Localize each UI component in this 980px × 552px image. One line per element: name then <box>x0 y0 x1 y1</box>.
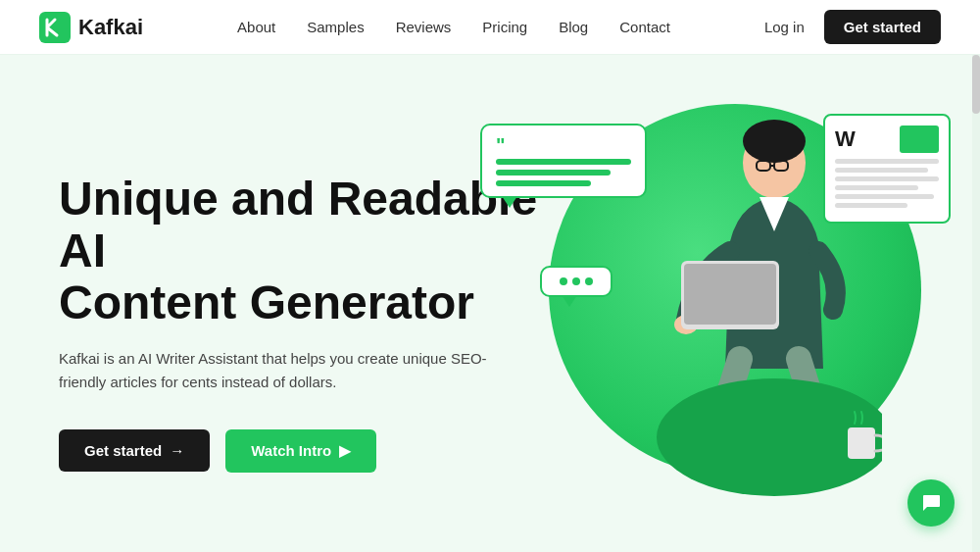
doc-line-6 <box>835 203 907 208</box>
login-link[interactable]: Log in <box>764 19 805 35</box>
svg-rect-8 <box>684 264 776 325</box>
doc-line-5 <box>835 194 934 199</box>
nav-pricing[interactable]: Pricing <box>482 19 527 35</box>
nav-links: About Samples Reviews Pricing Blog Conta… <box>237 19 670 36</box>
nav-actions: Log in Get started <box>764 10 941 44</box>
hero-quote-bubble: " <box>480 124 647 198</box>
logo-link[interactable]: Kafkai <box>39 12 143 43</box>
doc-card-header: W <box>835 125 939 153</box>
quote-mark-icon: " <box>496 135 631 155</box>
chat-fab-icon <box>920 492 942 514</box>
dot-3 <box>585 277 593 285</box>
navbar: Kafkai About Samples Reviews Pricing Blo… <box>0 0 980 55</box>
nav-get-started-button[interactable]: Get started <box>824 10 941 44</box>
nav-contact[interactable]: Contact <box>619 19 670 35</box>
chat-fab-button[interactable] <box>907 479 955 527</box>
hero-document-card: W <box>823 114 951 224</box>
doc-w-letter: W <box>835 126 856 152</box>
logo-text: Kafkai <box>78 15 143 40</box>
bubble-line-1 <box>496 159 631 165</box>
nav-about[interactable]: About <box>237 19 275 35</box>
nav-samples[interactable]: Samples <box>307 19 364 35</box>
hero-watch-intro-button[interactable]: Watch Intro ▶ <box>225 429 376 473</box>
hero-subtitle: Kafkai is an AI Writer Assistant that he… <box>59 347 510 394</box>
doc-line-4 <box>835 185 918 190</box>
nav-blog[interactable]: Blog <box>559 19 588 35</box>
nav-reviews[interactable]: Reviews <box>396 19 452 35</box>
hero-get-started-button[interactable]: Get started → <box>59 429 210 472</box>
kafkai-logo-icon <box>39 12 71 43</box>
doc-line-1 <box>835 159 939 164</box>
doc-image-placeholder <box>900 125 939 153</box>
scrollbar[interactable] <box>972 55 980 552</box>
dot-2 <box>572 277 580 285</box>
bubble-lines <box>496 159 631 186</box>
hero-content: Unique and Readable AI Content Generator… <box>59 174 568 472</box>
svg-rect-12 <box>848 427 875 459</box>
scrollbar-thumb[interactable] <box>972 55 980 114</box>
hero-buttons: Get started → Watch Intro ▶ <box>59 429 568 473</box>
svg-point-2 <box>743 120 806 163</box>
dot-1 <box>560 277 567 285</box>
hero-dots-bubble <box>540 266 612 297</box>
bubble-line-2 <box>496 170 611 176</box>
doc-line-3 <box>835 176 939 181</box>
doc-line-2 <box>835 168 928 173</box>
bubble-line-3 <box>496 180 591 186</box>
hero-section: Unique and Readable AI Content Generator… <box>0 55 980 552</box>
svg-rect-0 <box>39 12 71 43</box>
